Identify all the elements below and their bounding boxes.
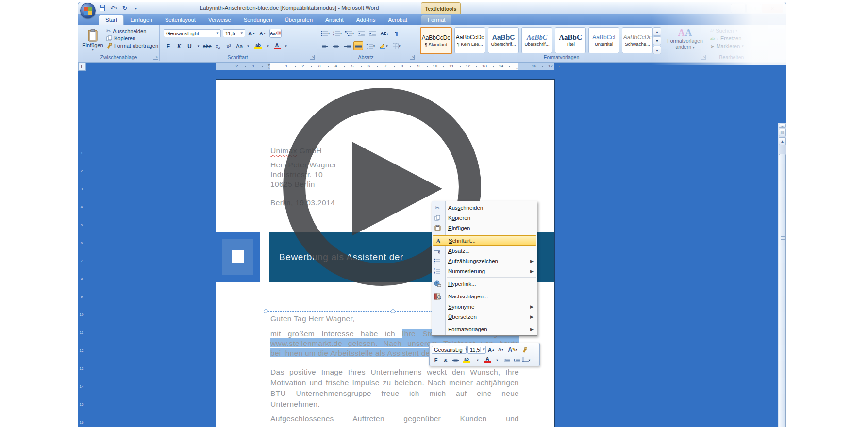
tab-sendungen[interactable]: Sendungen [237,15,279,25]
tab-addins[interactable]: Add-Ins [350,15,382,25]
tab-berprfen[interactable]: Überprüfen [279,15,319,25]
help-icon[interactable]: ? [774,16,782,24]
change-case-button[interactable]: Aa [235,41,244,50]
shrink-font-button[interactable]: A▼ [258,29,267,38]
replace-button[interactable]: ab→Ersetzen [710,35,744,41]
mini-font-color-button[interactable]: A [483,355,492,364]
tab-start[interactable]: Start [99,15,124,25]
textbox-border-left[interactable] [266,311,266,427]
mini-font-size-combo[interactable]: 11,5▼ [467,346,486,354]
bullets-button[interactable]: ▾ [320,29,331,38]
mini-increase-indent-button[interactable] [512,355,521,364]
save-icon[interactable] [98,4,107,13]
clear-formatting-button[interactable]: Aa⌫ [269,29,282,38]
menu-item-hyperlink[interactable]: Hyperlink... [432,279,537,289]
mini-font-color-dropdown-icon[interactable]: ▾ [493,355,501,364]
mini-shrink-font-button[interactable]: A▼ [497,345,505,354]
highlight-button[interactable]: ab [252,41,264,50]
font-dialog-launcher[interactable]: ↘ [310,55,315,60]
mini-quick-styles-button[interactable]: A✎▾ [506,345,519,354]
underline-dropdown-icon[interactable]: ▾ [196,44,201,49]
tab-ansicht[interactable]: Ansicht [319,15,350,25]
split-handle[interactable]: ≡ [779,124,786,128]
shading-button[interactable]: ▾ [378,41,389,50]
body-text-line[interactable]: Motivation und frische Impulse zu belebe… [270,378,519,388]
style-chip-titel[interactable]: AaBbCTitel [555,27,586,53]
menu-item-synonyme[interactable]: Synonyme▶ [432,301,537,312]
menu-item-absatz[interactable]: ¶Absatz... [432,246,537,256]
show-marks-button[interactable]: ¶ [392,29,401,38]
vertical-ruler[interactable]: 12345678910111213141516 [78,71,86,427]
superscript-button[interactable]: x² [224,41,234,50]
increase-indent-button[interactable] [367,29,377,38]
change-styles-button[interactable]: AA Formatvorlagenändern ▾ [664,27,706,50]
undo-icon[interactable]: ↶▾ [109,4,118,13]
redo-icon[interactable]: ↻ [120,4,130,13]
menu-item-formatvorlagen[interactable]: Formatvorlagen▶ [432,324,537,334]
tab-verweise[interactable]: Verweise [202,15,237,25]
video-play-icon[interactable] [352,142,442,236]
ruler-toggle-icon[interactable]: ▤ [779,129,786,136]
paste-button[interactable]: Einfügen ▾ [81,27,104,54]
tab-einfgen[interactable]: Einfügen [124,15,158,25]
mini-italic-button[interactable]: K [441,355,450,364]
highlight-dropdown-icon[interactable]: ▾ [266,44,271,49]
find-button[interactable]: ⌭Suchen▾ [710,28,744,33]
mini-decrease-indent-button[interactable] [502,355,511,364]
styles-scroll-down-icon[interactable]: ▼ [653,36,661,45]
font-color-button[interactable]: A [272,41,282,50]
paragraph-dialog-launcher[interactable]: ↘ [410,55,415,60]
styles-scroll-up-icon[interactable]: ▲ [653,27,661,36]
styles-more-icon[interactable]: ▼ [653,46,661,54]
tab-stop-selector[interactable]: L [78,63,86,71]
clipboard-dialog-launcher[interactable]: ↘ [153,55,158,60]
align-right-button[interactable] [342,41,352,50]
numbering-button[interactable]: 123▾ [332,29,343,38]
mini-format-painter-button[interactable] [520,345,529,354]
font-size-dropdown-icon[interactable]: ▼ [238,31,244,35]
mini-bullets-button[interactable]: ▾ [522,355,531,364]
multilevel-list-button[interactable]: ▾ [344,29,355,38]
font-color-dropdown-icon[interactable]: ▾ [284,44,289,49]
justify-button[interactable] [353,41,363,50]
menu-item-aufzählungszeichen[interactable]: Aufzählungszeichen▶ [432,256,537,266]
font-size-combo[interactable]: 11,5▼ [223,29,245,37]
tab-seitenlayout[interactable]: Seitenlayout [159,15,202,25]
copy-button[interactable]: Kopieren [106,35,158,41]
sort-button[interactable]: AZ↓ [379,29,390,38]
mini-font-name-combo[interactable]: GeosansLig▼ [432,346,467,354]
close-button[interactable]: ✕ [762,4,783,13]
mini-grow-font-button[interactable]: A▲ [487,345,496,354]
tab-acrobat[interactable]: Acrobat [382,15,414,25]
subscript-button[interactable]: x₂ [214,41,223,50]
align-center-button[interactable] [331,41,341,50]
underline-button[interactable]: U [185,41,194,50]
horizontal-ruler[interactable]: ▿ ▵ ▵ 2112345678910111213141617 [86,63,779,71]
scroll-up-icon[interactable]: ▲ [779,137,786,145]
right-indent-marker[interactable]: ▵ [516,66,518,70]
style-chip-standard[interactable]: AaBbCcDc¶ Standard [420,27,452,54]
menu-item-einfügen[interactable]: Einfügen [432,223,537,233]
borders-button[interactable]: ▾ [391,41,402,50]
menu-item-nachschlagen[interactable]: Nachschlagen... [432,291,537,301]
style-chip-untertitel[interactable]: AaBbCcIUntertitel [588,27,619,53]
customize-qat-icon[interactable]: ▾ [131,4,141,13]
restore-button[interactable]: ❐ [746,4,761,13]
style-chip-schwache[interactable]: AaBbCcDcSchwache... [622,27,653,53]
style-chip-keinlee[interactable]: AaBbCcDc¶ Kein Lee... [454,27,485,53]
decrease-indent-button[interactable] [356,29,366,38]
italic-button[interactable]: K [174,41,184,50]
body-text-line[interactable]: Das positive Image Ihres Unternehmens we… [270,368,519,378]
vertical-scrollbar[interactable]: ≡ ▤ ▲ ▼ ⏶ ● ⏷ [778,123,786,427]
font-name-dropdown-icon[interactable]: ▼ [214,31,219,35]
line-spacing-button[interactable]: ▾ [365,41,376,50]
mini-highlight-dropdown-icon[interactable]: ▾ [473,355,482,364]
bold-button[interactable]: F [164,41,173,50]
grow-font-button[interactable]: A▲ [247,29,256,38]
office-button[interactable] [80,3,96,18]
body-text-line[interactable]: Verhandlungsgeschick, bringe ich für die… [270,425,519,427]
tab-format[interactable]: Format [421,15,451,25]
mini-highlight-button[interactable]: ab [461,355,472,364]
select-button[interactable]: ➤Markieren▾ [710,43,744,49]
minimize-button[interactable]: — [731,4,746,13]
